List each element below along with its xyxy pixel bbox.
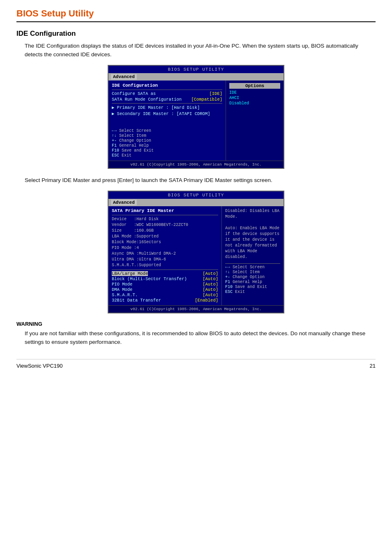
bios1-body: IDE Configuration Configure SATA as [IDE… [108, 81, 284, 161]
bios1-tab-bar: Advanced [108, 73, 284, 81]
bios2-nav-general-help: F1 General Help [225, 280, 280, 284]
bios2-32bit: 32Bit Data Transfer [Enabled] [112, 298, 218, 303]
bios2-body: SATA Primary IDE Master Device :Hard Dis… [108, 206, 284, 305]
bios2-dma-label: DMA Mode [112, 287, 132, 292]
bios2-nav-separator [225, 263, 280, 264]
bios2-device-info: Device :Hard Disk Vendor :WDC WD1600BEVT… [112, 216, 218, 268]
bios2-32bit-label: 32Bit Data Transfer [112, 298, 161, 303]
bios2-32bit-value: [Enabled] [195, 298, 218, 303]
bios1-option-ahci: AHCI [229, 96, 280, 100]
page-title: BIOS Setup Utility [16, 8, 94, 18]
bios2-separator2 [112, 269, 218, 270]
bios1-configure-sata-value: [IDE] [209, 91, 222, 96]
bios2-nav-save-exit: F10 Save and Exit [225, 285, 280, 289]
bios1-title-bar: BIOS SETUP UTILITY [108, 66, 284, 73]
bios2-pio-value: [Auto] [203, 282, 218, 287]
footer-brand-name: ViewSonic [16, 363, 41, 369]
bios1-nav-change-option: +- Change Option [112, 138, 222, 143]
bios1-options-title: Options [229, 83, 280, 89]
bios1-nav-save-exit: F10 Save and Exit [112, 148, 222, 153]
bios2-lba-value: [Auto] [203, 271, 218, 276]
bios1-nav-section: ←→ Select Screen ↑↓ Select Item +- Chang… [112, 129, 222, 158]
bios1-nav-general-help: F1 General Help [112, 143, 222, 148]
bios1-primary-value: : [Hard Disk] [166, 105, 200, 110]
bios1-nav-select-screen: ←→ Select Screen [112, 129, 222, 133]
bios1-item-sata-run-mode: SATA Run Mode Configuration [Compatible] [112, 97, 222, 102]
page-footer: ViewSonic VPC190 21 [16, 359, 376, 369]
bios2-dma-mode: DMA Mode [Auto] [112, 287, 218, 292]
bios1-option-disabled: Disabled [229, 101, 280, 106]
bios2-left-panel: SATA Primary IDE Master Device :Hard Dis… [108, 206, 222, 305]
warning-text: If you are not familiar with these confi… [25, 329, 376, 347]
bios1-option-ide: IDE [229, 90, 280, 95]
bios1-primary-ide: ▶ Primary IDE Master : [Hard Disk] [112, 105, 222, 110]
bios1-secondary-value: : [ATAPI CDROM] [171, 111, 210, 116]
bios2-smart-label: S.M.A.R.T. [112, 292, 138, 297]
footer-model: VPC190 [43, 363, 62, 369]
bios1-separator1 [112, 90, 222, 90]
bios2-separator1 [112, 215, 218, 215]
bios1-sata-run-mode-value: [Compatible] [191, 97, 222, 102]
bios1-nav-exit: ESC Exit [112, 153, 222, 158]
bios2-right-panel: Disabled: Disables LBA Mode. Auto: Enabl… [222, 206, 284, 305]
bios2-block-transfer: Block (Multi-Sector Transfer) [Auto] [112, 276, 218, 281]
bios2-dma-value: [Auto] [203, 287, 218, 292]
bios2-tab-bar: Advanced [108, 199, 284, 206]
bios2-block-value: [Auto] [203, 276, 218, 281]
bios2-nav-select-item: ↑↓ Select Item [225, 270, 280, 274]
warning-heading: WARNING [16, 321, 376, 327]
bios2-lba-large-mode: LBA/Large Mode [Auto] [112, 271, 218, 276]
bios1-secondary-arrow: ▶ Secondary IDE Master [112, 111, 169, 116]
footer-brand: ViewSonic VPC190 [16, 363, 63, 369]
bios1-right-panel: Options IDE AHCI Disabled [226, 81, 284, 161]
bios2-pio-mode: PIO Mode [Auto] [112, 282, 218, 287]
bios1-tab-advanced: Advanced [111, 74, 137, 80]
bios1-configure-sata-label: Configure SATA as [112, 91, 156, 96]
intro-text: The IDE Configuration displays the statu… [25, 42, 376, 59]
bios2-smart-value: [Auto] [203, 292, 218, 297]
bios2-tab-advanced: Advanced [111, 200, 137, 205]
bios2-pio-label: PIO Mode [112, 282, 132, 287]
footer-page-number: 21 [370, 363, 376, 369]
bios2-nav-select-screen: ←→ Select Screen [225, 265, 280, 269]
bios-screen-1: BIOS SETUP UTILITY Advanced IDE Configur… [108, 65, 284, 169]
bios2-title-bar: BIOS SETUP UTILITY [108, 191, 284, 199]
bios1-primary-arrow: ▶ Primary IDE Master [112, 105, 164, 110]
bios1-section-title: IDE Configuration [112, 83, 222, 88]
bios1-footer: v02.61 (C)Copyright 1985-2006, American … [108, 161, 284, 168]
bios2-nav-change-option: +- Change Option [225, 275, 280, 279]
bios2-block-label: Block (Multi-Sector Transfer) [112, 276, 187, 281]
page-header: BIOS Setup Utility [16, 8, 376, 22]
bios1-left-panel: IDE Configuration Configure SATA as [IDE… [108, 81, 226, 161]
bios2-section-title: SATA Primary IDE Master [112, 208, 218, 213]
bios2-smart: S.M.A.R.T. [Auto] [112, 292, 218, 297]
bios2-right-description: Disabled: Disables LBA Mode. Auto: Enabl… [225, 208, 280, 260]
bios1-item-configure-sata: Configure SATA as [IDE] [112, 91, 222, 96]
bios2-footer: v02.61 (C)Copyright 1985-2006, American … [108, 305, 284, 313]
bios1-separator2 [112, 103, 222, 104]
bios-screen-2: BIOS SETUP UTILITY Advanced SATA Primary… [108, 191, 284, 313]
bios1-secondary-ide: ▶ Secondary IDE Master : [ATAPI CDROM] [112, 111, 222, 116]
bios2-nav-exit: ESC Exit [225, 290, 280, 294]
section-heading: IDE Configuration [16, 30, 376, 38]
warning-section: WARNING If you are not familiar with the… [16, 321, 376, 347]
bios1-nav-select-item: ↑↓ Select Item [112, 134, 222, 138]
bios2-lba-label: LBA/Large Mode [112, 271, 148, 276]
bios1-sata-run-mode-label: SATA Run Mode Configuration [112, 97, 182, 102]
between-text: Select Primary IDE Master and press [Ent… [25, 176, 376, 185]
